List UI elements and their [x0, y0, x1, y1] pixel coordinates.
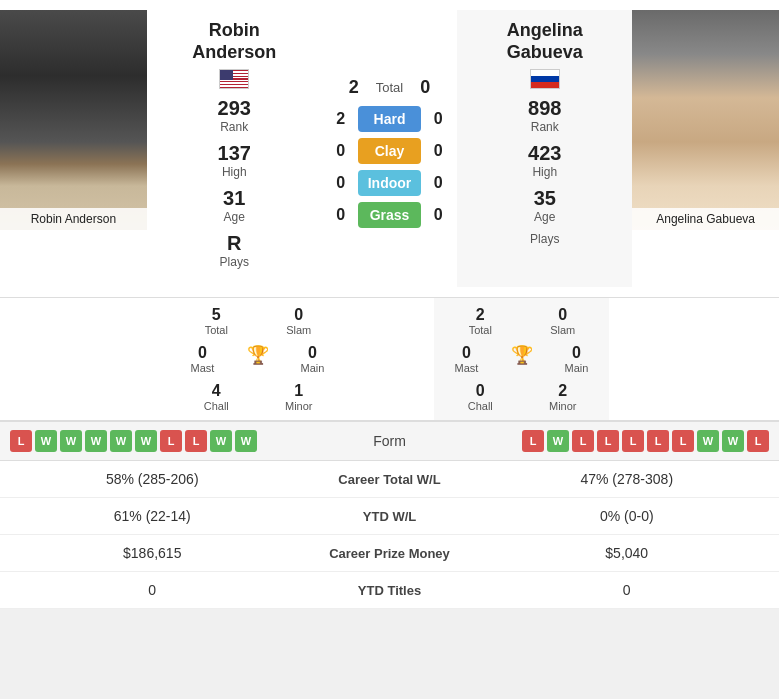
stats-left-value: $186,615: [15, 545, 290, 561]
right-age: 35 Age: [534, 187, 556, 224]
left-slam-item: 0 Slam: [258, 306, 341, 336]
right-player-panel: Angelina Gabueva 898 Rank 423 High 35 Ag…: [457, 10, 632, 287]
right-photo-spacer: [609, 298, 779, 420]
stats-row: $186,615Career Prize Money$5,040: [0, 535, 779, 572]
left-trophy-icon-item: 🏆: [230, 344, 285, 374]
right-player-photo: Angelina Gabueva: [632, 10, 779, 230]
left-player-panel: Robin Anderson 293 Rank 137 High 31 Age …: [147, 10, 322, 287]
surface-rows: 2 Hard 0 0 Clay 0 0 Indoor 0 0 Grass: [332, 106, 448, 228]
stats-left-value: 58% (285-206): [15, 471, 290, 487]
right-flag-icon: [530, 69, 560, 89]
stats-row: 0YTD Titles0: [0, 572, 779, 609]
right-player-name: Angelina Gabueva: [507, 20, 583, 63]
left-mast-main-row: 0 Mast 🏆 0 Main: [175, 344, 340, 374]
form-badge: L: [160, 430, 182, 452]
right-grass-count: 0: [429, 206, 447, 224]
left-player-name: Robin Anderson: [192, 20, 276, 63]
form-badge: L: [572, 430, 594, 452]
right-player-photo-label: Angelina Gabueva: [632, 208, 779, 230]
left-mast-item: 0 Mast: [175, 344, 230, 374]
left-chall-minor-row: 4 Chall 1 Minor: [175, 382, 340, 412]
stats-right-value: $5,040: [490, 545, 765, 561]
right-mast-main-row: 0 Mast 🏆 0 Main: [439, 344, 604, 374]
form-badge: W: [110, 430, 132, 452]
left-form-badges: LWWWWWLLWW: [10, 430, 330, 452]
right-indoor-count: 0: [429, 174, 447, 192]
left-player-photo: Robin Anderson: [0, 10, 147, 230]
right-chall-item: 0 Chall: [439, 382, 522, 412]
right-chall-minor-row: 0 Chall 2 Minor: [439, 382, 604, 412]
right-rank: 898 Rank: [528, 97, 561, 134]
left-grass-count: 0: [332, 206, 350, 224]
left-total-slam-row: 5 Total 0 Slam: [175, 306, 340, 336]
form-badge: L: [622, 430, 644, 452]
left-indoor-count: 0: [332, 174, 350, 192]
stats-right-value: 0: [490, 582, 765, 598]
form-badge: L: [747, 430, 769, 452]
stats-row: 58% (285-206)Career Total W/L47% (278-30…: [0, 461, 779, 498]
right-hard-count: 0: [429, 110, 447, 128]
form-badge: W: [722, 430, 744, 452]
form-badge: W: [235, 430, 257, 452]
middle-section: 2 Total 0 2 Hard 0 0 Clay 0 0 Indoor: [322, 10, 458, 287]
right-main-item: 0 Main: [549, 344, 604, 374]
left-chall-item: 4 Chall: [175, 382, 258, 412]
right-form-badges: LWLLLLLWWL: [450, 430, 770, 452]
stats-right-value: 0% (0-0): [490, 508, 765, 524]
surface-hard-btn[interactable]: Hard: [358, 106, 422, 132]
stats-row: 61% (22-14)YTD W/L0% (0-0): [0, 498, 779, 535]
stats-left-value: 0: [15, 582, 290, 598]
right-plays: Plays: [530, 232, 559, 246]
left-age: 31 Age: [223, 187, 245, 224]
form-badge: L: [597, 430, 619, 452]
form-section: LWWWWWLLWW Form LWLLLLLWWL: [0, 421, 779, 461]
form-badge: W: [35, 430, 57, 452]
left-high: 137 High: [218, 142, 251, 179]
right-total: 0: [415, 77, 435, 98]
surface-row-indoor: 0 Indoor 0: [332, 170, 448, 196]
left-hard-count: 2: [332, 110, 350, 128]
left-titles: 5 Total 0 Slam 0 Mast 🏆 0 Main: [170, 298, 345, 420]
right-total-slam-row: 2 Total 0 Slam: [439, 306, 604, 336]
form-badge: L: [672, 430, 694, 452]
total-label: Total: [376, 80, 403, 95]
surface-indoor-btn[interactable]: Indoor: [358, 170, 422, 196]
titles-row: 5 Total 0 Slam 0 Mast 🏆 0 Main: [0, 298, 779, 421]
stats-center-label: Career Total W/L: [290, 472, 490, 487]
left-photo-spacer: [0, 298, 170, 420]
right-slam-item: 0 Slam: [522, 306, 605, 336]
left-flag-icon: [219, 69, 249, 89]
top-section: Robin Anderson Robin Anderson 293 Rank 1…: [0, 0, 779, 298]
right-mast-item: 0 Mast: [439, 344, 494, 374]
right-titles: 2 Total 0 Slam 0 Mast 🏆 0 Main: [434, 298, 609, 420]
form-badge: L: [647, 430, 669, 452]
left-total-item: 5 Total: [175, 306, 258, 336]
form-badge: W: [210, 430, 232, 452]
form-badge: W: [60, 430, 82, 452]
left-trophy-icon: 🏆: [247, 345, 269, 365]
form-badge: L: [10, 430, 32, 452]
surface-clay-btn[interactable]: Clay: [358, 138, 422, 164]
left-minor-item: 1 Minor: [258, 382, 341, 412]
stats-center-label: YTD Titles: [290, 583, 490, 598]
form-badge: L: [185, 430, 207, 452]
stats-table: 58% (285-206)Career Total W/L47% (278-30…: [0, 461, 779, 609]
surface-grass-btn[interactable]: Grass: [358, 202, 422, 228]
left-plays: R Plays: [220, 232, 249, 269]
main-container: Robin Anderson Robin Anderson 293 Rank 1…: [0, 0, 779, 609]
form-badge: W: [547, 430, 569, 452]
form-badge: L: [522, 430, 544, 452]
right-high: 423 High: [528, 142, 561, 179]
surface-row-grass: 0 Grass 0: [332, 202, 448, 228]
surface-row-hard: 2 Hard 0: [332, 106, 448, 132]
total-row: 2 Total 0: [332, 77, 448, 98]
left-main-item: 0 Main: [285, 344, 340, 374]
stats-right-value: 47% (278-308): [490, 471, 765, 487]
right-clay-count: 0: [429, 142, 447, 160]
form-label: Form: [330, 433, 450, 449]
surface-row-clay: 0 Clay 0: [332, 138, 448, 164]
left-clay-count: 0: [332, 142, 350, 160]
left-total: 2: [344, 77, 364, 98]
robin-photo-bg: [0, 10, 147, 230]
stats-left-value: 61% (22-14): [15, 508, 290, 524]
